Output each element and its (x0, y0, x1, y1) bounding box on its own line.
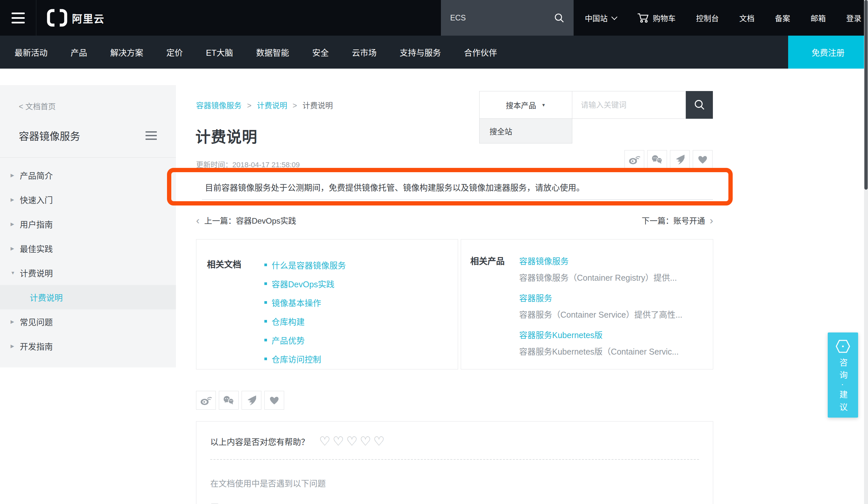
wechat-share-button[interactable] (219, 391, 239, 410)
related-products-title: 相关产品 (470, 255, 519, 369)
dingtalk-share-button[interactable] (241, 391, 261, 410)
nav-item-solutions[interactable]: 解决方案 (110, 46, 143, 58)
docs-link[interactable]: 文档 (739, 12, 754, 23)
product-link[interactable]: 容器服务 (519, 292, 683, 304)
heart-rating-icon[interactable]: ♡ (346, 437, 358, 446)
sidebar-item-dev-guide[interactable]: 开发指南 (0, 334, 176, 358)
sidebar-item-billing[interactable]: 计费说明 (0, 261, 176, 285)
logo-text: 阿里云 (72, 11, 105, 25)
weibo-icon (628, 155, 640, 165)
heart-rating-icon[interactable]: ♡ (319, 437, 330, 446)
top-bar: 阿里云 中国站 购物车 控制台 文档 备案 邮箱 登录 (0, 0, 868, 35)
dropdown-triangle-icon: ▼ (541, 103, 546, 107)
chevron-right-icon (11, 246, 20, 251)
related-doc-link[interactable]: 什么是容器镜像服务 (264, 255, 346, 274)
prev-page-link[interactable]: ‹ 上一篇：容器DevOps实践 (196, 214, 296, 226)
weibo-icon (200, 396, 212, 406)
bullet-icon (264, 339, 267, 342)
product-link[interactable]: 容器服务Kubernetes版 (519, 329, 683, 341)
heart-rating-icon[interactable]: ♡ (360, 437, 371, 446)
search-scope-option-all-site[interactable]: 搜全站 (479, 119, 572, 144)
nav-item-data-intelligence[interactable]: 数据智能 (256, 46, 289, 58)
sidebar-item-faq[interactable]: 常见问题 (0, 309, 176, 334)
related-product: 容器服务 容器服务（Container Service）提供了高性... (519, 292, 683, 321)
feedback-question: 以上内容是否对您有帮助？ (210, 435, 309, 447)
sidebar-toc-toggle[interactable] (146, 131, 157, 140)
heart-rating-icon[interactable]: ♡ (333, 437, 344, 446)
nav-item-support[interactable]: 支持与服务 (400, 46, 441, 58)
scrollbar-thumb[interactable] (864, 0, 868, 190)
nav-item-activities[interactable]: 最新活动 (14, 46, 48, 58)
search-scope-dropdown[interactable]: 搜本产品 ▼ (479, 91, 572, 119)
wechat-share-button[interactable] (647, 150, 667, 169)
cart-icon (637, 12, 649, 23)
breadcrumb-link-product[interactable]: 容器镜像服务 (196, 101, 241, 110)
product-description: 容器服务Kubernetes版（Container Servic... (519, 346, 683, 358)
search-icon[interactable] (554, 12, 564, 23)
sidebar-item-best-practice[interactable]: 最佳实践 (0, 236, 176, 261)
sidebar-product-header: 容器镜像服务 (19, 128, 157, 143)
heart-rating-icon[interactable]: ♡ (373, 437, 384, 446)
nav-item-security[interactable]: 安全 (312, 46, 329, 58)
sidebar-item-quick-start[interactable]: 快速入门 (0, 187, 176, 212)
beta-free-notice: 目前容器镜像服务处于公测期间，免费提供镜像托管、镜像构建服务以及镜像加速器服务，… (205, 181, 585, 193)
sidebar-item-product-intro[interactable]: 产品简介 (0, 163, 176, 187)
related-doc-link[interactable]: 容器DevOps实践 (264, 274, 346, 293)
brackets-logo-icon (47, 9, 67, 27)
nav-item-marketplace[interactable]: 云市场 (352, 46, 376, 58)
login-link[interactable]: 登录 (846, 12, 861, 23)
consult-suggest-widget[interactable]: 咨询·建议 (828, 333, 858, 418)
doc-search-button[interactable] (686, 91, 713, 119)
nav-item-pricing[interactable]: 定价 (166, 46, 183, 58)
issue-option-row: 内容错误 (210, 502, 699, 504)
sidebar-item-user-guide[interactable]: 用户指南 (0, 212, 176, 236)
related-doc-link[interactable]: 仓库构建 (264, 312, 346, 330)
nav-item-products[interactable]: 产品 (71, 46, 87, 58)
mail-link[interactable]: 邮箱 (810, 12, 826, 23)
back-to-doc-home-link[interactable]: < 文档首页 (19, 100, 176, 112)
nav-item-partners[interactable]: 合作伙伴 (464, 46, 497, 58)
weibo-share-button[interactable] (624, 150, 644, 169)
related-doc-link[interactable]: 镜像基本操作 (264, 293, 346, 312)
free-register-button[interactable]: 免费注册 (788, 35, 868, 69)
sidebar-subitem-billing-active[interactable]: 计费说明 (0, 285, 176, 309)
related-section: 相关文档 什么是容器镜像服务 容器DevOps实践 镜像基本操作 仓库构建 产品… (196, 239, 713, 369)
related-doc-link[interactable]: 仓库访问控制 (264, 349, 346, 368)
nav-item-et-brain[interactable]: ET大脑 (206, 46, 233, 58)
sidebar-product-title: 容器镜像服务 (19, 128, 80, 143)
product-link[interactable]: 容器镜像服务 (519, 255, 683, 267)
hexagon-chat-icon (835, 339, 851, 354)
issues-question: 在文档使用中是否遇到以下问题 (210, 477, 699, 489)
search-icon (693, 99, 705, 111)
related-doc-link[interactable]: 产品优势 (264, 330, 346, 349)
doc-search-bar: 搜本产品 ▼ (479, 91, 713, 119)
cart-link[interactable]: 购物车 (637, 12, 675, 23)
favorite-heart-icon (269, 396, 280, 406)
breadcrumb-link-billing[interactable]: 计费说明 (257, 101, 287, 110)
dashed-divider (210, 459, 699, 460)
next-page-link[interactable]: 下一篇：账号开通 › (642, 214, 713, 226)
related-product: 容器镜像服务 容器镜像服务（Container Registry）提供... (519, 255, 683, 284)
favorite-share-button[interactable] (693, 150, 713, 169)
beian-link[interactable]: 备案 (775, 12, 790, 23)
header-search-box[interactable] (441, 0, 574, 35)
doc-search-input[interactable] (572, 91, 686, 119)
hamburger-menu-button[interactable] (0, 0, 36, 35)
console-link[interactable]: 控制台 (696, 12, 719, 23)
region-selector[interactable]: 中国站 (585, 12, 617, 23)
doc-sidebar: < 文档首页 容器镜像服务 产品简介 快速入门 用户指南 最佳实践 (0, 85, 176, 367)
header-search-input[interactable] (450, 13, 542, 22)
weibo-share-button[interactable] (196, 391, 216, 410)
wechat-icon (651, 155, 663, 165)
scrollbar-track[interactable] (864, 0, 868, 504)
chevron-left-icon: ‹ (196, 217, 200, 224)
sidebar-menu: 产品简介 快速入门 用户指南 最佳实践 计费说明 计费说明 常见问题 (0, 163, 176, 358)
main-nav: 最新活动 产品 解决方案 定价 ET大脑 数据智能 安全 云市场 支持与服务 合… (0, 35, 868, 69)
alibaba-cloud-logo[interactable]: 阿里云 (47, 9, 105, 27)
related-products-box: 相关产品 容器镜像服务 容器镜像服务（Container Registry）提供… (461, 239, 713, 369)
favorite-share-button[interactable] (264, 391, 284, 410)
widget-label: 咨询·建议 (837, 358, 849, 415)
related-products-list: 容器镜像服务 容器镜像服务（Container Registry）提供... 容… (519, 255, 683, 369)
dingtalk-share-button[interactable] (670, 150, 690, 169)
heart-rating: ♡ ♡ ♡ ♡ ♡ (319, 437, 384, 446)
